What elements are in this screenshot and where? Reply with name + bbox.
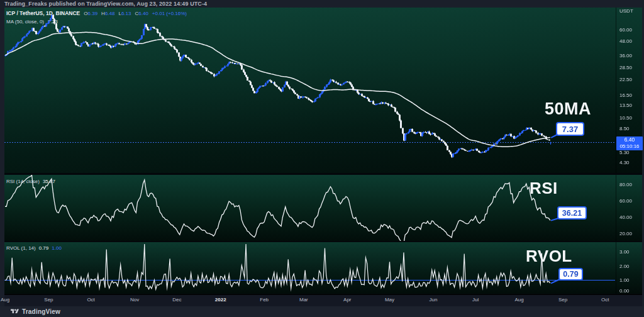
time-axis-label[interactable]: Dec — [172, 297, 181, 303]
price-tick-label: 16.50 — [619, 92, 632, 97]
symbol-legend[interactable]: ICP / TetherUS, 1D, BINANCE O6.39 H6.48 … — [6, 9, 187, 26]
rsi-legend-name: RSI (14, close) — [6, 179, 40, 184]
rvol-value-callout[interactable]: 0.79 — [558, 268, 583, 281]
price-tick-label: 60.00 — [619, 27, 632, 33]
rsi-legend[interactable]: RSI (14, close)35.87 — [6, 179, 55, 184]
price-tick-label: 36.00 — [619, 53, 632, 58]
rsi-text-annotation[interactable]: RSI — [530, 179, 558, 198]
ma-legend-row[interactable]: MA (50, close, 0) 7.23 — [6, 18, 187, 26]
ohlc-close: C6.40 — [135, 9, 148, 18]
rvol-tick-label: 0.00 — [619, 288, 630, 294]
price-tick-label: 28.50 — [619, 65, 632, 70]
time-axis-label[interactable]: Aug — [514, 297, 523, 303]
tradingview-logo-icon — [11, 306, 19, 317]
ohlc-high: H6.48 — [101, 9, 114, 18]
rsi-tick-label: 60.00 — [619, 198, 632, 204]
last-price-value: 6.40 — [616, 136, 643, 143]
rsi-legend-value: 35.87 — [43, 179, 55, 184]
time-axis[interactable]: AugSepOctNovDec2022FebMarAprMayJunJulAug… — [4, 294, 642, 306]
ohlc-low: L6.13 — [118, 9, 131, 18]
time-axis-label[interactable]: Feb — [260, 297, 269, 303]
publish-info: Trading_Freaks published on TradingView.… — [4, 0, 207, 8]
rsi-tick-label: 20.00 — [619, 231, 632, 236]
price-tick-label: 13.50 — [619, 102, 632, 108]
rsi-tick-label: 80.00 — [619, 182, 632, 187]
time-axis-label[interactable]: Aug — [1, 297, 9, 303]
ohlc-open: O6.39 — [84, 9, 97, 18]
ma-legend-value: 7.23 — [48, 18, 58, 26]
rvol-text-annotation[interactable]: RVOL — [526, 247, 572, 266]
ma-legend-name: MA (50, close, 0) — [6, 18, 44, 26]
rvol-legend-name: RVOL (1, 14) — [6, 245, 36, 251]
time-axis-label[interactable]: Jul — [472, 297, 479, 303]
time-axis-label[interactable]: Oct — [601, 297, 609, 303]
time-axis-label[interactable]: Nov — [130, 297, 139, 303]
price-tick-label: 8.50 — [619, 125, 630, 131]
candle-countdown: 05:10:16 — [616, 143, 643, 150]
bottom-bar: TradingView — [0, 306, 644, 317]
rvol-scale-border — [616, 242, 616, 294]
symbol-title[interactable]: ICP / TetherUS, 1D, BINANCE — [6, 9, 80, 18]
symbol-legend-row: ICP / TetherUS, 1D, BINANCE O6.39 H6.48 … — [6, 9, 187, 18]
rsi-tick-label: 40.00 — [619, 214, 632, 220]
price-tick-label: 4.30 — [619, 160, 630, 165]
ma-text-annotation[interactable]: 50MA — [545, 99, 591, 119]
price-tick-label: 22.50 — [619, 76, 632, 82]
time-axis-label[interactable]: Apr — [343, 297, 351, 303]
rsi-scale-border — [616, 175, 616, 241]
time-axis-label[interactable]: Oct — [87, 297, 94, 303]
price-panel[interactable] — [4, 8, 642, 173]
rvol-tick-label: 1.00 — [619, 277, 630, 283]
last-price-badge: 6.40 05:10:16 — [616, 136, 643, 150]
rvol-baseline-value: 1.00 — [52, 245, 62, 251]
time-axis-label[interactable]: May — [385, 297, 394, 303]
rvol-tick-label: 3.00 — [619, 248, 630, 254]
time-axis-label[interactable]: Jun — [430, 297, 438, 303]
price-tick-label: 10.50 — [619, 114, 632, 120]
price-tick-label: 48.00 — [619, 38, 632, 44]
time-axis-label[interactable]: Mar — [299, 297, 308, 303]
tradingview-wordmark: TradingView — [22, 308, 60, 315]
time-axis-label[interactable]: Sep — [558, 297, 567, 303]
ma-value-callout[interactable]: 7.37 — [556, 122, 584, 136]
time-axis-label[interactable]: Sep — [44, 297, 53, 303]
rvol-legend-value: 0.79 — [39, 245, 49, 251]
time-axis-label[interactable]: 2022 — [215, 297, 226, 303]
rvol-tick-label: 2.00 — [619, 263, 630, 269]
publish-text: Trading_Freaks published on TradingView.… — [4, 1, 207, 7]
rsi-value-callout[interactable]: 36.21 — [557, 206, 587, 220]
price-scale-unit: USDT — [619, 8, 633, 14]
ohlc-change: +0.01 (+0.16%) — [152, 9, 187, 18]
rvol-legend[interactable]: RVOL (1, 14)0.791.00 — [6, 245, 62, 251]
